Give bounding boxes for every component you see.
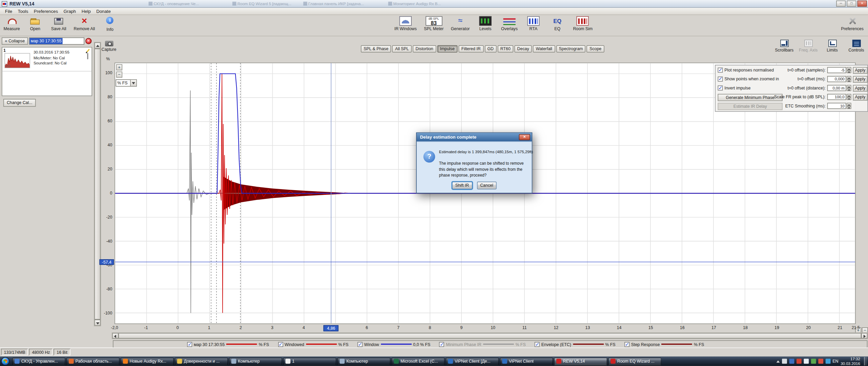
dialog-close-button[interactable] [519,134,530,140]
minimize-button[interactable] [836,1,846,7]
scroll-right-arrow[interactable] [861,333,867,339]
y-axis-unit-select[interactable]: % FS [116,79,137,86]
spinner-down-arrow[interactable] [847,106,851,109]
checkbox-invert-impulse[interactable] [718,85,723,90]
hidden-icons-arrow[interactable] [776,359,780,363]
menu-preferences[interactable]: Preferences [31,9,61,14]
controls-button[interactable]: Controls [846,40,866,53]
taskbar-button-рабочая-область[interactable]: Рабочая область... [66,357,120,365]
spinner-up-arrow[interactable] [847,94,851,97]
tab-distortion[interactable]: Distortion [413,45,436,53]
spinner-down-arrow[interactable] [847,88,851,91]
spinner-up-arrow[interactable] [847,85,851,88]
vipnet-tray-icon[interactable] [789,359,794,364]
volume-icon[interactable] [804,359,809,364]
dialog-title-bar[interactable]: Delay estimation complete [417,133,532,141]
menu-graph[interactable]: Graph [61,9,79,14]
menu-donate[interactable]: Donate [94,9,113,14]
tab-scope[interactable]: Scope [587,45,604,53]
measurement-name-input[interactable]: мар 30 17:30:55 [29,37,84,44]
spinner-down-arrow[interactable] [847,70,851,73]
taskbar-button-новые-audigy-rx[interactable]: Новые Audigy Rx... [121,357,174,365]
scroll-up-arrow[interactable] [95,42,101,48]
alert-tray-icon[interactable] [818,359,823,364]
zoom-in-y-button[interactable] [116,64,122,70]
measurement-graph-icon[interactable] [87,53,88,59]
clock[interactable]: 17:32 30.03.2016 [841,357,860,366]
toolbar-rta-button[interactable]: RTA [525,16,542,32]
start-button[interactable] [1,357,9,365]
network-icon[interactable] [782,359,787,364]
taskbar-button-room-eq-wizard[interactable]: Room EQ Wizard ... [608,357,661,365]
messenger-tray-icon[interactable] [825,359,830,364]
spinner-down-arrow[interactable] [847,97,851,100]
toolbar-measure-button[interactable]: Measure [3,16,20,32]
toolbar-levels-button[interactable]: Levels [477,16,494,32]
spinner-up-arrow[interactable] [847,103,851,106]
toolbar-remove-all-button[interactable]: Remove All [74,16,95,32]
menu-help[interactable]: Help [79,9,94,14]
toolbar-open-button[interactable]: Open [27,16,43,32]
toolbar-info-button[interactable]: Info [102,16,118,32]
change-cal-button[interactable]: Change Cal... [3,99,36,107]
antivirus-tray-icon[interactable] [796,359,801,364]
taskbar-button-компьютер[interactable]: Компьютер [337,357,391,365]
legend-checkbox[interactable] [278,342,283,347]
spinner[interactable] [847,67,851,73]
legend-checkbox[interactable] [439,342,445,347]
apply-button[interactable]: Apply [853,67,867,74]
taskbar-button-vipnet-client-де[interactable]: ViPNet Client [Де... [446,357,499,365]
spinner[interactable] [847,103,851,109]
legend-checkbox[interactable] [187,342,192,347]
scrollbars-button[interactable]: Scrollbars [774,40,794,53]
measurement-list[interactable]: 1 100 30.03.2016 17:30:55 Mic/Meter: No … [2,47,92,96]
toolbar-preferences-button[interactable]: Preferences [841,16,864,32]
tab-impulse[interactable]: Impulse [437,45,457,53]
collapse-button[interactable]: Collapse [2,37,28,44]
apply-button[interactable]: Apply [853,76,867,83]
scrollbar-thumb[interactable] [119,333,862,339]
apply-button[interactable]: Apply [853,94,867,101]
taskbar-button-доверенности-и[interactable]: Доверенности и ... [175,357,228,365]
toolbar-overlays-button[interactable]: Overlays [501,16,518,32]
toolbar-eq-button[interactable]: EQ [549,16,566,32]
tab-filtered-ir[interactable]: Filtered IR [458,45,483,53]
spinner[interactable] [847,76,851,82]
tab-spl-phase[interactable]: SPL & Phase [361,45,391,53]
legend-checkbox[interactable] [357,342,363,347]
checkbox-show-points-when-zoomed-in[interactable] [718,77,723,82]
apply-button[interactable]: Apply [853,85,867,92]
tab-gd[interactable]: GD [484,45,496,53]
title-bar[interactable]: REW V5,14 СКУД - оповещение Че...Room EQ… [0,0,868,8]
chevron-down-icon[interactable] [130,80,136,86]
legend-checkbox[interactable] [535,342,540,347]
taskbar-button-vipnet-client[interactable]: ViPNet Client [500,357,553,365]
tab-decay[interactable]: Decay [514,45,532,53]
menu-tools[interactable]: Tools [15,9,31,14]
scale-fr-peak-to-db-spl-field[interactable]: 100,0 [827,94,846,100]
toolbar-save-all-button[interactable]: Save All [50,16,67,32]
taskbar-button-компьютер[interactable]: Компьютер [229,357,282,365]
maximize-button[interactable] [847,1,856,7]
tab-rt60[interactable]: RT60 [498,45,514,53]
etc-smoothing-ms-field[interactable]: 10 [827,103,846,109]
legend-checkbox[interactable] [624,342,629,347]
measurement-item[interactable]: 1 100 30.03.2016 17:30:55 Mic/Meter: No … [2,47,92,72]
spinner[interactable] [847,85,851,91]
language-indicator[interactable]: EN [832,359,838,364]
taskbar-button-rew-v5-14[interactable]: REW V5,14 [554,357,607,365]
spinner-up-arrow[interactable] [847,76,851,79]
spinner[interactable] [847,94,851,100]
taskbar-button-microsoft-excel-c[interactable]: Microsoft Excel (C... [392,357,445,365]
checkbox-plot-responses-normalised[interactable] [718,67,723,73]
limits-button[interactable]: Limits [822,40,842,53]
capture-button[interactable]: Capture [101,41,117,52]
scroll-left-arrow[interactable] [112,333,118,339]
menu-file[interactable]: File [2,9,15,14]
toolbar-ir-windows-button[interactable]: IR Windows [394,16,417,32]
tab-spectrogram[interactable]: Spectrogram [556,45,585,53]
update-tray-icon[interactable] [811,359,816,364]
zoom-out-y-button[interactable] [116,72,122,78]
tab-waterfall[interactable]: Waterfall [533,45,555,53]
shift-ir-button[interactable]: Shift IR [452,182,472,189]
